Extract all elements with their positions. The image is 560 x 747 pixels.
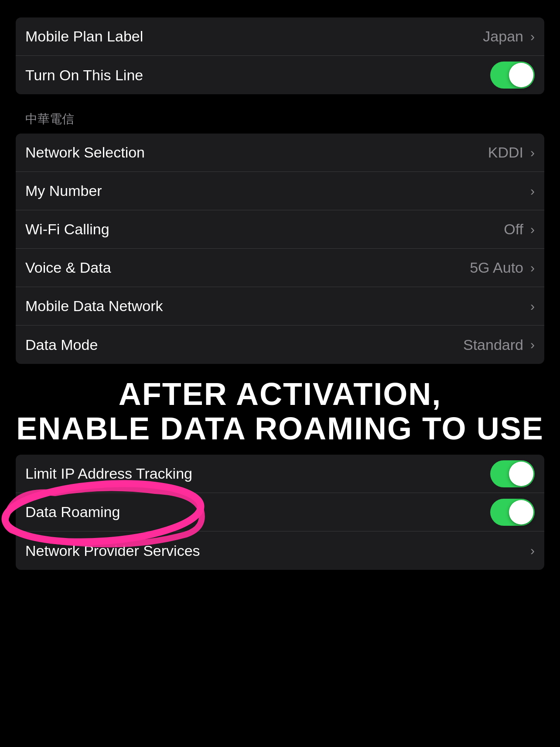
limit-ip-address-row[interactable]: Limit IP Address Tracking (16, 455, 544, 493)
annotation-line2: ENABLE DATA ROAMING TO USE (16, 411, 544, 446)
voice-data-row[interactable]: Voice & Data 5G Auto › (16, 249, 544, 287)
mobile-data-network-chevron-icon: › (530, 299, 535, 314)
mobile-plan-label-value: Japan (483, 28, 523, 45)
bottom-settings-group: Limit IP Address Tracking Data Roaming N… (16, 455, 544, 570)
toggle-thumb (509, 63, 533, 87)
wifi-calling-value: Off (504, 221, 523, 238)
data-roaming-toggle-thumb (509, 500, 533, 524)
data-mode-row[interactable]: Data Mode Standard › (16, 326, 544, 364)
network-selection-chevron-icon: › (530, 145, 535, 160)
my-number-chevron-icon: › (530, 184, 535, 199)
network-selection-row[interactable]: Network Selection KDDI › (16, 134, 544, 172)
voice-data-value: 5G Auto (470, 259, 523, 276)
turn-on-line-toggle[interactable] (490, 62, 535, 89)
turn-on-line-label: Turn On This Line (25, 67, 490, 84)
main-settings-group: Network Selection KDDI › My Number › Wi-… (16, 134, 544, 364)
mobile-plan-label-text: Mobile Plan Label (25, 28, 483, 45)
annotation-overlay: AFTER ACTIVATION, ENABLE DATA ROAMING TO… (16, 368, 544, 455)
annotation-line1: AFTER ACTIVATION, (16, 377, 544, 411)
data-roaming-toggle[interactable] (490, 499, 535, 526)
wifi-calling-label: Wi-Fi Calling (25, 221, 504, 238)
mobile-plan-label-row[interactable]: Mobile Plan Label Japan › (16, 17, 544, 56)
network-selection-label: Network Selection (25, 144, 488, 161)
settings-page: Mobile Plan Label Japan › Turn On This L… (0, 17, 560, 747)
wifi-calling-chevron-icon: › (530, 222, 535, 237)
data-mode-label: Data Mode (25, 336, 463, 353)
my-number-row[interactable]: My Number › (16, 172, 544, 210)
my-number-label: My Number (25, 182, 529, 199)
top-settings-group: Mobile Plan Label Japan › Turn On This L… (16, 17, 544, 94)
mobile-data-network-label: Mobile Data Network (25, 298, 529, 315)
mobile-data-network-row[interactable]: Mobile Data Network › (16, 287, 544, 326)
network-provider-services-label: Network Provider Services (25, 542, 529, 559)
limit-ip-address-label: Limit IP Address Tracking (25, 465, 490, 482)
voice-data-chevron-icon: › (530, 260, 535, 275)
network-selection-value: KDDI (488, 144, 523, 161)
data-roaming-label: Data Roaming (25, 504, 490, 521)
mobile-plan-chevron-icon: › (530, 29, 535, 44)
wifi-calling-row[interactable]: Wi-Fi Calling Off › (16, 210, 544, 249)
limit-ip-toggle[interactable] (490, 460, 535, 487)
voice-data-label: Voice & Data (25, 259, 470, 276)
section-label-chunghwa: 中華電信 (0, 99, 560, 134)
network-provider-services-row[interactable]: Network Provider Services › (16, 531, 544, 570)
network-provider-chevron-icon: › (530, 543, 535, 558)
turn-on-line-row[interactable]: Turn On This Line (16, 56, 544, 94)
data-mode-value: Standard (463, 336, 523, 353)
limit-ip-toggle-thumb (509, 462, 533, 486)
data-mode-chevron-icon: › (530, 337, 535, 352)
data-roaming-row[interactable]: Data Roaming (16, 493, 544, 531)
